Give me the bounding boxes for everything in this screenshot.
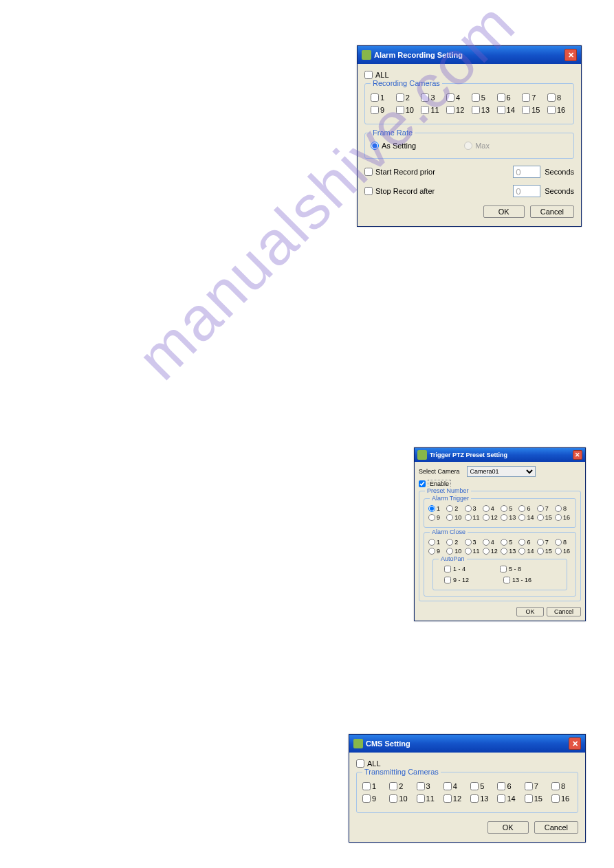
- cam-label: 15: [534, 794, 542, 803]
- cam-checkbox[interactable]: [396, 93, 404, 102]
- cam-checkbox[interactable]: [389, 794, 397, 803]
- cam-checkbox[interactable]: [421, 93, 429, 102]
- max-radio: [464, 142, 472, 150]
- cam-checkbox[interactable]: [389, 782, 397, 790]
- ok-button[interactable]: OK: [516, 607, 544, 616]
- start-prior-checkbox[interactable]: [364, 168, 373, 176]
- dialog-title: CMS Setting: [366, 739, 410, 748]
- preset-radio[interactable]: [428, 505, 435, 512]
- preset-radio[interactable]: [428, 539, 435, 546]
- preset-radio[interactable]: [483, 539, 490, 546]
- cam-checkbox[interactable]: [446, 106, 454, 114]
- cam-checkbox[interactable]: [472, 106, 480, 114]
- all-checkbox[interactable]: [356, 759, 364, 768]
- close-icon[interactable]: ✕: [564, 49, 577, 61]
- cam-checkbox[interactable]: [443, 794, 452, 803]
- cam-checkbox[interactable]: [547, 106, 556, 114]
- ok-button[interactable]: OK: [487, 821, 529, 834]
- enable-checkbox[interactable]: [419, 480, 426, 487]
- cam-checkbox[interactable]: [522, 106, 530, 114]
- cam-checkbox[interactable]: [551, 782, 560, 790]
- preset-label: 9: [437, 548, 440, 555]
- preset-radio[interactable]: [537, 539, 544, 546]
- preset-radio[interactable]: [518, 539, 525, 546]
- camera-select[interactable]: Camera01: [467, 466, 536, 477]
- as-setting-radio[interactable]: [371, 142, 379, 150]
- preset-radio[interactable]: [446, 505, 453, 512]
- preset-radio[interactable]: [483, 514, 490, 521]
- cam-checkbox[interactable]: [547, 93, 556, 102]
- cam-label: 11: [430, 106, 439, 114]
- preset-radio[interactable]: [446, 514, 453, 521]
- cam-checkbox[interactable]: [525, 794, 533, 803]
- titlebar: CMS Setting ✕: [349, 735, 585, 753]
- close-icon[interactable]: ✕: [569, 737, 581, 750]
- preset-radio[interactable]: [465, 505, 472, 512]
- all-checkbox[interactable]: [364, 71, 373, 79]
- preset-radio[interactable]: [446, 539, 453, 546]
- preset-radio[interactable]: [518, 505, 525, 512]
- preset-radio[interactable]: [446, 548, 453, 555]
- stop-after-checkbox[interactable]: [364, 187, 373, 195]
- cam-checkbox[interactable]: [417, 782, 425, 790]
- preset-radio[interactable]: [465, 548, 472, 555]
- autopan-checkbox[interactable]: [444, 566, 451, 572]
- preset-radio[interactable]: [483, 548, 490, 555]
- preset-label: 4: [491, 505, 494, 512]
- preset-radio[interactable]: [501, 505, 507, 512]
- cam-checkbox[interactable]: [497, 782, 505, 790]
- cam-checkbox[interactable]: [396, 106, 404, 114]
- preset-radio[interactable]: [555, 539, 562, 546]
- preset-radio[interactable]: [555, 505, 562, 512]
- preset-radio[interactable]: [501, 514, 507, 521]
- cam-checkbox[interactable]: [525, 782, 533, 790]
- cam-checkbox[interactable]: [497, 93, 505, 102]
- autopan-checkbox[interactable]: [500, 566, 507, 572]
- cancel-button[interactable]: Cancel: [534, 821, 578, 834]
- cam-checkbox[interactable]: [362, 782, 371, 790]
- cam-checkbox[interactable]: [421, 106, 429, 114]
- cam-checkbox[interactable]: [497, 106, 505, 114]
- preset-radio[interactable]: [501, 548, 507, 555]
- cam-checkbox[interactable]: [551, 794, 560, 803]
- cam-checkbox[interactable]: [371, 106, 379, 114]
- preset-radio[interactable]: [428, 548, 435, 555]
- cam-checkbox[interactable]: [470, 794, 479, 803]
- fieldset-legend: AutoPan: [439, 555, 467, 562]
- start-seconds-input[interactable]: [513, 166, 540, 178]
- preset-radio[interactable]: [428, 514, 435, 521]
- autopan-checkbox[interactable]: [444, 577, 451, 583]
- preset-radio[interactable]: [537, 548, 544, 555]
- preset-radio[interactable]: [537, 505, 544, 512]
- autopan-checkbox[interactable]: [503, 577, 510, 583]
- preset-radio[interactable]: [465, 539, 472, 546]
- cam-checkbox[interactable]: [446, 93, 454, 102]
- preset-radio[interactable]: [518, 548, 525, 555]
- cam-checkbox[interactable]: [371, 93, 379, 102]
- cam-checkbox[interactable]: [522, 93, 530, 102]
- stop-seconds-input[interactable]: [513, 185, 540, 197]
- preset-radio[interactable]: [555, 514, 562, 521]
- cam-checkbox[interactable]: [470, 782, 479, 790]
- preset-radio[interactable]: [555, 548, 562, 555]
- stop-after-label: Stop Record after: [375, 187, 435, 195]
- preset-radio[interactable]: [483, 505, 490, 512]
- preset-label: 13: [509, 548, 516, 555]
- cam-checkbox[interactable]: [497, 794, 505, 803]
- cam-checkbox[interactable]: [472, 93, 480, 102]
- ok-button[interactable]: OK: [483, 205, 525, 218]
- fieldset-legend: Alarm Trigger: [430, 495, 471, 502]
- cam-label: 4: [456, 93, 460, 102]
- close-icon[interactable]: ✕: [573, 450, 582, 460]
- preset-radio[interactable]: [465, 514, 472, 521]
- cancel-button[interactable]: Cancel: [530, 205, 574, 218]
- preset-radio[interactable]: [501, 539, 507, 546]
- cam-checkbox[interactable]: [417, 794, 425, 803]
- cancel-button[interactable]: Cancel: [547, 607, 581, 616]
- cam-checkbox[interactable]: [443, 782, 452, 790]
- preset-radio[interactable]: [537, 514, 544, 521]
- cam-checkbox[interactable]: [362, 794, 371, 803]
- preset-label: 2: [454, 539, 458, 546]
- preset-radio[interactable]: [518, 514, 525, 521]
- preset-label: 14: [527, 548, 534, 555]
